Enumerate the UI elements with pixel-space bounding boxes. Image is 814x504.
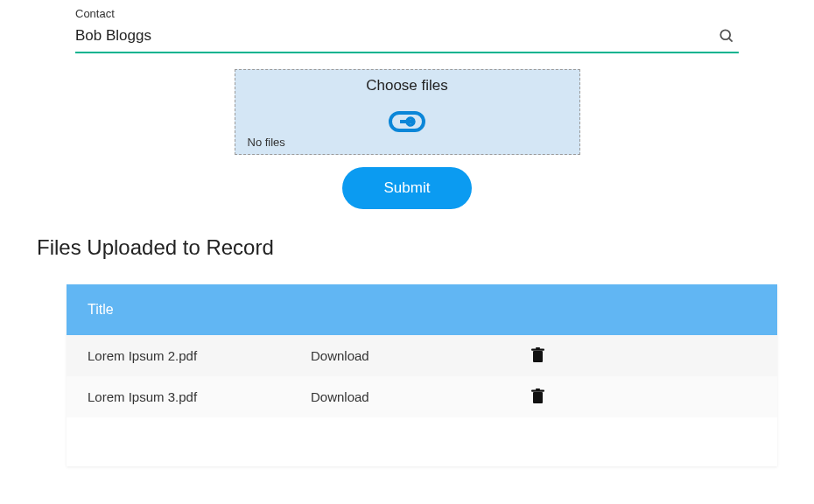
svg-rect-8 (536, 388, 540, 390)
table-row: Lorem Ipsum 3.pdfDownload (67, 376, 777, 417)
search-icon (718, 27, 735, 45)
delete-button[interactable] (530, 346, 546, 365)
contact-input[interactable] (75, 27, 714, 45)
svg-rect-3 (533, 351, 543, 362)
contact-search-button[interactable] (714, 24, 739, 48)
dropzone-status: No files (248, 136, 285, 149)
table-header-title: Title (67, 284, 777, 335)
file-dropzone[interactable]: Choose files No files (235, 69, 580, 155)
section-heading: Files Uploaded to Record (37, 235, 814, 260)
svg-rect-6 (533, 392, 543, 403)
download-link[interactable]: Download (311, 389, 369, 404)
paperclip-icon (235, 110, 579, 133)
trash-icon (531, 347, 544, 363)
trash-icon (531, 388, 544, 404)
contact-field-row (75, 24, 739, 53)
file-title: Lorem Ipsum 2.pdf (88, 348, 311, 363)
delete-button[interactable] (530, 387, 546, 406)
table-footer (67, 417, 777, 466)
submit-button[interactable]: Submit (342, 167, 473, 209)
file-title: Lorem Ipsum 3.pdf (88, 389, 311, 404)
svg-line-1 (729, 38, 733, 42)
files-table: Title Lorem Ipsum 2.pdfDownloadLorem Ips… (67, 284, 777, 466)
svg-rect-5 (536, 347, 540, 349)
dropzone-title: Choose files (235, 77, 579, 94)
svg-point-0 (720, 30, 730, 39)
table-row: Lorem Ipsum 2.pdfDownload (67, 335, 777, 376)
contact-label: Contact (75, 7, 739, 20)
download-link[interactable]: Download (311, 348, 369, 363)
